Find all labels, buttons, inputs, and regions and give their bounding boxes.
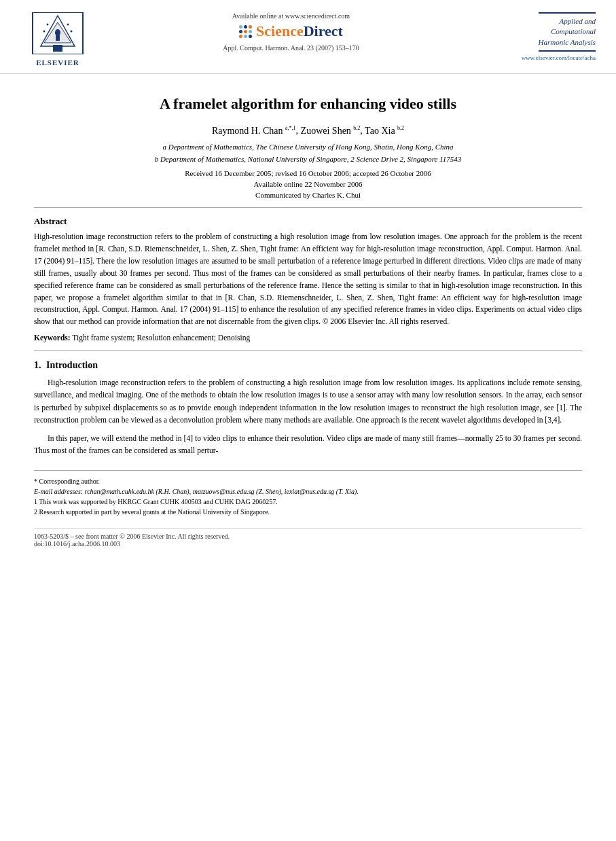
- footer: 1063-5203/$ – see front matter © 2006 El…: [34, 528, 582, 548]
- footnote-1: 1 This work was supported by HKRGC Grant…: [34, 497, 582, 507]
- journal-title: Applied and Computational Harmonic Analy…: [539, 16, 596, 48]
- section-1-number: 1.: [34, 360, 41, 370]
- sd-dot-3: [249, 25, 252, 29]
- sd-dots: [239, 25, 252, 38]
- footnote-2: 2 Research supported in part by several …: [34, 507, 582, 517]
- center-header: Available online at www.sciencedirect.co…: [95, 12, 487, 52]
- sciencedirect-text: ScienceDirect: [256, 22, 343, 40]
- section-1-paragraph-2: In this paper, we will extend the method…: [34, 432, 582, 457]
- svg-point-3: [55, 29, 60, 36]
- elsevier-logo-area: ELSEVIER: [20, 12, 95, 67]
- sd-dot-9: [249, 35, 252, 38]
- sciencedirect-logo: ScienceDirect: [239, 22, 343, 40]
- svg-point-8: [71, 31, 73, 33]
- sd-dot-7: [239, 35, 242, 38]
- svg-point-6: [67, 24, 69, 26]
- elsevier-logo-image: [27, 12, 88, 56]
- header: ELSEVIER Available online at www.science…: [0, 0, 616, 74]
- elsevier-text: ELSEVIER: [36, 58, 79, 67]
- communicated-by: Communicated by Charles K. Chui: [34, 191, 582, 199]
- affiliation-b: b Department of Mathematics, National Un…: [34, 154, 582, 166]
- svg-point-7: [43, 31, 46, 33]
- abstract-section: Abstract High-resolution image reconstru…: [34, 216, 582, 342]
- keywords-text: Tight frame system; Resolution enhanceme…: [72, 334, 250, 342]
- keywords-label: Keywords:: [34, 334, 71, 342]
- sd-dot-1: [239, 25, 242, 29]
- right-header: Applied and Computational Harmonic Analy…: [487, 12, 596, 61]
- page: ELSEVIER Available online at www.science…: [0, 0, 616, 841]
- section-1-label: Introduction: [46, 360, 98, 370]
- affiliation-a: a Department of Mathematics, The Chinese…: [34, 141, 582, 154]
- footnote-email: E-mail addresses: rchan@math.cuhk.edu.hk…: [34, 486, 582, 497]
- sd-dot-4: [239, 30, 242, 33]
- abstract-title: Abstract: [34, 216, 582, 227]
- sd-dot-6: [249, 30, 252, 33]
- sd-dot-2: [244, 25, 247, 29]
- divider-2: [34, 350, 582, 351]
- footer-doi: doi:10.1016/j.acha.2006.10.003: [34, 540, 582, 548]
- sd-dot-8: [244, 35, 247, 38]
- main-content: A framelet algorithm for enhancing video…: [0, 74, 616, 561]
- section-1-title: 1. Introduction: [34, 360, 582, 371]
- divider-1: [34, 207, 582, 208]
- svg-point-5: [47, 24, 49, 26]
- section-1-paragraph-1: High-resolution image reconstruction ref…: [34, 376, 582, 427]
- keywords: Keywords: Tight frame system; Resolution…: [34, 334, 582, 342]
- footer-issn: 1063-5203/$ – see front matter © 2006 El…: [34, 533, 582, 540]
- paper-title: A framelet algorithm for enhancing video…: [34, 94, 582, 114]
- available-online-paper: Available online 22 November 2006: [34, 180, 582, 188]
- journal-url: www.elsevier.com/locate/acha: [522, 54, 596, 61]
- abstract-text: High-resolution image reconstruction ref…: [34, 231, 582, 328]
- authors: Raymond H. Chan a,*,1, Zuowei Shen b,2, …: [34, 125, 582, 137]
- received-dates: Received 16 December 2005; revised 16 Oc…: [34, 169, 582, 177]
- footnote-corresponding: * Corresponding author.: [34, 476, 582, 486]
- journal-title-box: Applied and Computational Harmonic Analy…: [539, 12, 596, 52]
- footnotes: * Corresponding author. E-mail addresses…: [34, 470, 582, 517]
- sd-dot-5: [244, 30, 247, 33]
- available-online-text: Available online at www.sciencedirect.co…: [232, 12, 350, 20]
- svg-rect-4: [56, 35, 60, 41]
- journal-citation: Appl. Comput. Harmon. Anal. 23 (2007) 15…: [223, 44, 359, 52]
- affiliations: a Department of Mathematics, The Chinese…: [34, 141, 582, 165]
